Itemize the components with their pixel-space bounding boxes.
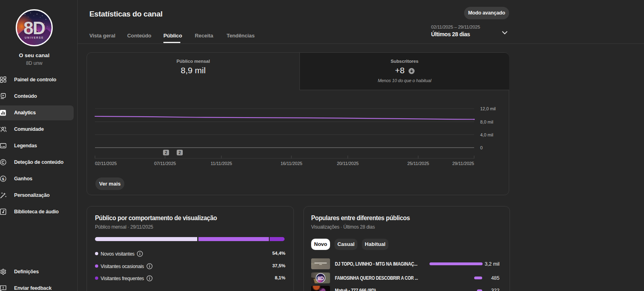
svg-text:11/11/2025: 11/11/2025: [211, 161, 232, 166]
svg-text:20/11/2025: 20/11/2025: [337, 161, 359, 166]
svg-text:29/11/2025: 29/11/2025: [452, 161, 474, 166]
svg-text:07/11/2025: 07/11/2025: [154, 161, 176, 166]
svg-text:8,0 mil: 8,0 mil: [480, 120, 493, 124]
svg-text:02/11/2025: 02/11/2025: [95, 161, 117, 166]
svg-text:$: $: [2, 177, 4, 181]
svg-text:12,0 mil: 12,0 mil: [480, 106, 496, 111]
svg-text:2: 2: [179, 151, 181, 155]
svg-text:25/11/2025: 25/11/2025: [407, 161, 429, 166]
svg-text:8D: 8D: [317, 275, 324, 281]
svg-text:0: 0: [480, 145, 483, 150]
svg-text:2: 2: [165, 151, 167, 155]
svg-text:16/11/2025: 16/11/2025: [281, 161, 302, 166]
svg-text:4,0 mil: 4,0 mil: [480, 132, 493, 137]
